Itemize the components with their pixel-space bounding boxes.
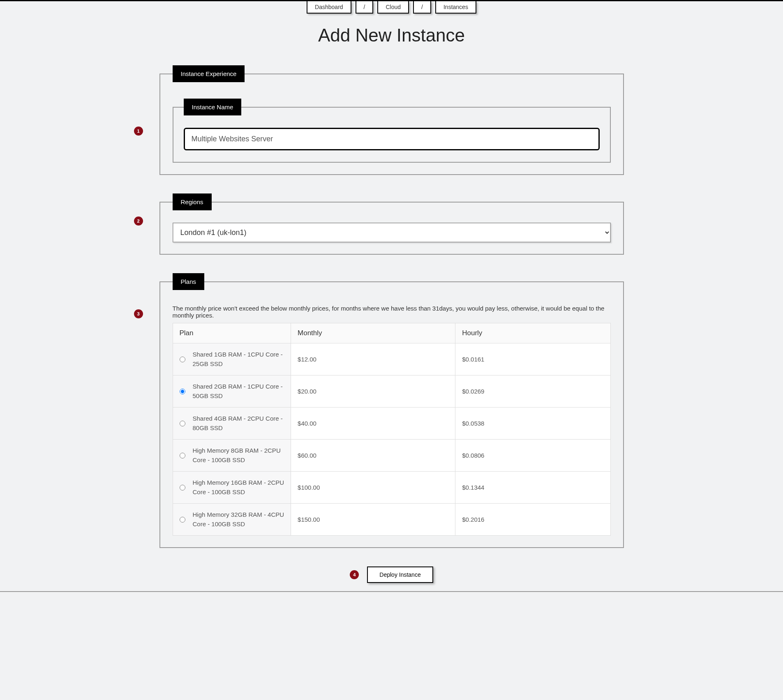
plans-header-hourly: Hourly (455, 323, 610, 343)
plan-label: High Memory 32GB RAM - 4CPU Core - 100GB… (193, 510, 284, 529)
region-select[interactable]: London #1 (uk-lon1) (173, 223, 611, 242)
plan-monthly: $40.00 (291, 408, 455, 440)
plan-hourly: $0.0806 (455, 440, 610, 472)
step-marker-1: 1 (134, 127, 143, 136)
plan-hourly: $0.2016 (455, 504, 610, 536)
plan-hourly: $0.0538 (455, 408, 610, 440)
plan-label: High Memory 8GB RAM - 2CPU Core - 100GB … (193, 446, 284, 465)
step-marker-4: 4 (350, 570, 359, 579)
plan-radio[interactable] (180, 357, 185, 362)
plan-monthly: $150.00 (291, 504, 455, 536)
plan-label: Shared 2GB RAM - 1CPU Core - 50GB SSD (193, 382, 284, 401)
breadcrumb-dashboard[interactable]: Dashboard (307, 1, 351, 14)
breadcrumb-instances[interactable]: Instances (435, 1, 476, 14)
plan-label: Shared 1GB RAM - 1CPU Core - 25GB SSD (193, 350, 284, 368)
breadcrumb: Dashboard / Cloud / Instances (159, 1, 624, 14)
plan-radio[interactable] (180, 517, 185, 523)
plan-hourly: $0.0161 (455, 343, 610, 375)
plan-radio[interactable] (180, 421, 185, 426)
table-row: Shared 1GB RAM - 1CPU Core - 25GB SSD$12… (173, 343, 610, 375)
step-marker-2: 2 (134, 216, 143, 226)
plan-monthly: $100.00 (291, 472, 455, 504)
instance-experience-panel: Instance Experience Instance Name (159, 65, 624, 175)
plan-radio[interactable] (180, 453, 185, 458)
instance-name-legend: Instance Name (184, 99, 242, 115)
deploy-instance-button[interactable]: Deploy Instance (367, 566, 433, 583)
table-row: High Memory 8GB RAM - 2CPU Core - 100GB … (173, 440, 610, 472)
plan-monthly: $12.00 (291, 343, 455, 375)
regions-legend: Regions (173, 193, 212, 210)
plan-label: Shared 4GB RAM - 2CPU Core - 80GB SSD (193, 414, 284, 433)
plan-hourly: $0.0269 (455, 375, 610, 408)
plans-header-monthly: Monthly (291, 323, 455, 343)
instance-experience-legend: Instance Experience (173, 65, 245, 82)
step-marker-3: 3 (134, 309, 143, 318)
breadcrumb-separator: / (356, 1, 374, 14)
plans-note: The monthly price won't exceed the below… (173, 305, 611, 319)
breadcrumb-cloud[interactable]: Cloud (377, 1, 409, 14)
plans-legend: Plans (173, 273, 205, 290)
table-row: Shared 2GB RAM - 1CPU Core - 50GB SSD$20… (173, 375, 610, 408)
plans-table: Plan Monthly Hourly Shared 1GB RAM - 1CP… (173, 323, 611, 536)
table-row: High Memory 16GB RAM - 2CPU Core - 100GB… (173, 472, 610, 504)
plans-header-plan: Plan (173, 323, 291, 343)
instance-name-panel: Instance Name (173, 99, 611, 163)
breadcrumb-separator: / (413, 1, 431, 14)
table-row: High Memory 32GB RAM - 4CPU Core - 100GB… (173, 504, 610, 536)
regions-panel: Regions London #1 (uk-lon1) (159, 193, 624, 255)
plan-radio[interactable] (180, 485, 185, 490)
plan-monthly: $60.00 (291, 440, 455, 472)
plan-monthly: $20.00 (291, 375, 455, 408)
page-title: Add New Instance (159, 25, 624, 46)
table-row: Shared 4GB RAM - 2CPU Core - 80GB SSD$40… (173, 408, 610, 440)
instance-name-input[interactable] (184, 128, 600, 150)
plans-panel: Plans The monthly price won't exceed the… (159, 273, 624, 548)
plan-label: High Memory 16GB RAM - 2CPU Core - 100GB… (193, 478, 284, 497)
plan-hourly: $0.1344 (455, 472, 610, 504)
plan-radio[interactable] (180, 389, 185, 394)
